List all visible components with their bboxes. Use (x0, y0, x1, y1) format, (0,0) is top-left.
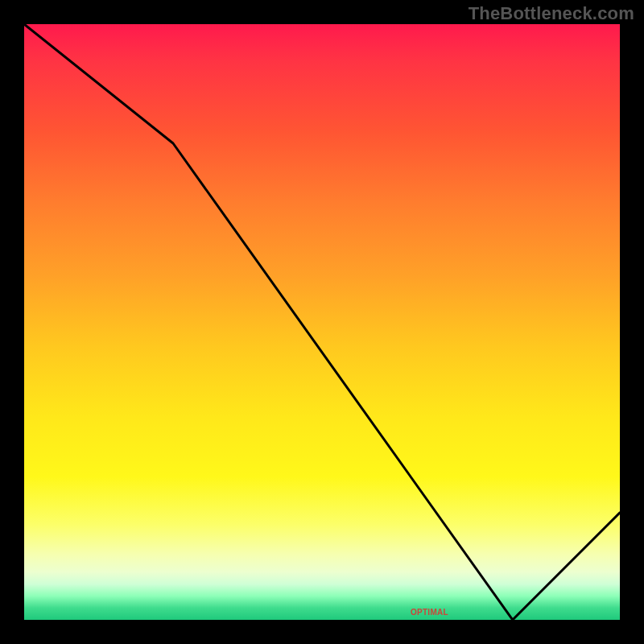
optimal-label: OPTIMAL (411, 608, 448, 617)
attribution-text: TheBottleneck.com (469, 3, 634, 24)
bottleneck-curve (24, 24, 620, 620)
chart-plot-area: OPTIMAL (24, 24, 620, 620)
